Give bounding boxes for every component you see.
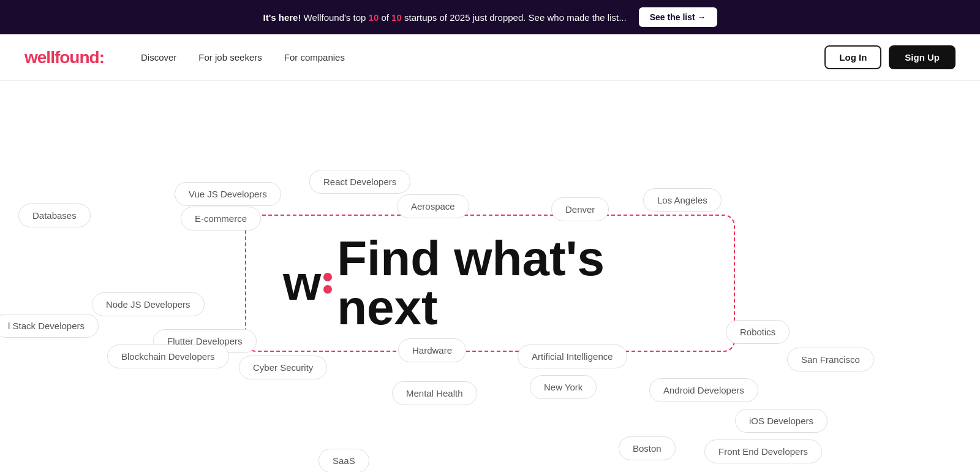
hero-box: w Find what's next xyxy=(245,215,735,352)
hero-tagline: Find what's next xyxy=(337,234,697,332)
tag-san-francisco[interactable]: San Francisco xyxy=(787,348,874,371)
tag-databases[interactable]: Databases xyxy=(18,204,91,227)
signup-button[interactable]: Sign Up xyxy=(889,45,956,69)
tag-aerospace[interactable]: Aerospace xyxy=(397,194,469,218)
announcement-banner: It's here! Wellfound's top 10 of 10 star… xyxy=(0,0,980,34)
tag-full-stack[interactable]: l Stack Developers xyxy=(0,314,99,338)
tag-node-js[interactable]: Node JS Developers xyxy=(92,292,205,316)
nav-actions: Log In Sign Up xyxy=(824,45,956,69)
hero-logo-mark: w xyxy=(283,259,332,308)
tag-los-angeles[interactable]: Los Angeles xyxy=(643,188,722,212)
tag-vue-js[interactable]: Vue JS Developers xyxy=(175,182,281,206)
tag-ecommerce[interactable]: E-commerce xyxy=(181,207,261,230)
tag-robotics[interactable]: Robotics xyxy=(726,320,790,344)
login-button[interactable]: Log In xyxy=(824,45,881,69)
nav-job-seekers[interactable]: For job seekers xyxy=(198,52,262,63)
tag-blockchain[interactable]: Blockchain Developers xyxy=(107,344,229,368)
tag-cyber-security[interactable]: Cyber Security xyxy=(239,356,327,379)
tag-frontend[interactable]: Front End Developers xyxy=(704,440,822,463)
logo-dots xyxy=(323,273,332,294)
tag-denver[interactable]: Denver xyxy=(551,197,609,221)
tag-boston[interactable]: Boston xyxy=(619,436,676,460)
navbar: wellfound: Discover For job seekers For … xyxy=(0,34,980,81)
nav-companies[interactable]: For companies xyxy=(284,52,345,63)
tag-ai[interactable]: Artificial Intelligence xyxy=(518,344,627,368)
tag-new-york[interactable]: New York xyxy=(530,375,597,399)
tag-ios[interactable]: iOS Developers xyxy=(735,409,827,433)
logo-dot-bottom xyxy=(323,285,332,294)
tag-saas[interactable]: SaaS xyxy=(318,449,369,472)
logo[interactable]: wellfound: xyxy=(24,48,104,67)
tag-react-devs[interactable]: React Developers xyxy=(309,170,410,194)
nav-links: Discover For job seekers For companies xyxy=(141,52,345,63)
tag-android[interactable]: Android Developers xyxy=(649,378,758,402)
tag-mental-health[interactable]: Mental Health xyxy=(392,381,477,405)
banner-text: It's here! Wellfound's top 10 of 10 star… xyxy=(263,12,626,23)
tag-hardware[interactable]: Hardware xyxy=(398,338,466,362)
see-list-button[interactable]: See the list → xyxy=(639,7,717,27)
hero-section: w Find what's next DatabasesVue JS Devel… xyxy=(0,81,980,472)
logo-dot-top xyxy=(323,273,332,281)
nav-discover[interactable]: Discover xyxy=(141,52,176,63)
